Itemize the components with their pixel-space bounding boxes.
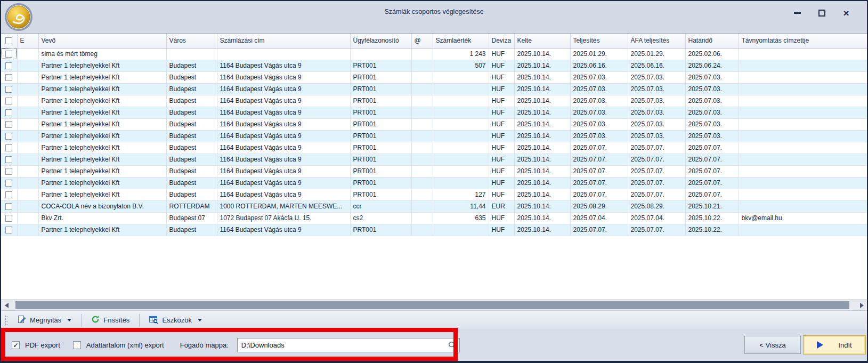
scroll-right-button[interactable] bbox=[856, 300, 867, 310]
grid-cell: PRT001 bbox=[350, 60, 411, 71]
table-row[interactable]: Partner 1 telephelyekkel KftBudapest1164… bbox=[1, 118, 867, 130]
search-icon[interactable] bbox=[448, 341, 456, 351]
minimize-button[interactable] bbox=[792, 8, 802, 18]
grid-cell bbox=[739, 118, 867, 130]
table-row[interactable]: Partner 1 telephelyekkel KftBudapest1164… bbox=[1, 130, 867, 142]
grid-cell bbox=[17, 130, 38, 142]
maximize-button[interactable] bbox=[817, 8, 826, 18]
back-button[interactable]: < Vissza bbox=[744, 336, 801, 354]
grid-cell bbox=[411, 83, 433, 95]
row-checkbox[interactable] bbox=[5, 121, 12, 128]
grid-cell bbox=[739, 154, 867, 165]
column-header[interactable]: Számlaérték bbox=[433, 34, 489, 48]
row-select-cell bbox=[1, 165, 17, 177]
grid-cell: Partner 1 telephelyekkel Kft bbox=[38, 60, 166, 71]
row-checkbox[interactable] bbox=[5, 144, 12, 151]
grid-cell: 1164 Budapest Vágás utca 9 bbox=[217, 130, 350, 142]
tools-button[interactable]: Eszközök bbox=[144, 313, 207, 327]
start-button[interactable]: Indít bbox=[803, 335, 866, 354]
grid-cell: 2025.07.07. bbox=[628, 224, 685, 236]
select-all-checkbox[interactable] bbox=[5, 37, 12, 44]
open-button[interactable]: Megnyitás bbox=[12, 313, 77, 327]
row-checkbox[interactable] bbox=[5, 133, 12, 140]
grid-cell bbox=[433, 165, 489, 177]
row-select-cell bbox=[1, 200, 17, 212]
row-select-cell bbox=[1, 107, 17, 118]
column-header[interactable]: Számlázási cím bbox=[217, 34, 350, 48]
grid-cell: 1164 Budapest Vágás utca 9 bbox=[217, 83, 350, 95]
table-row[interactable]: Partner 1 telephelyekkel KftBudapest1164… bbox=[1, 107, 867, 118]
row-checkbox[interactable] bbox=[5, 227, 12, 233]
grid-cell bbox=[17, 71, 38, 83]
target-folder-input[interactable] bbox=[238, 341, 459, 349]
row-checkbox[interactable] bbox=[5, 74, 12, 81]
column-header[interactable]: Deviza bbox=[489, 34, 514, 48]
column-header[interactable]: Ügyfélazonosító bbox=[350, 34, 411, 48]
row-select-cell bbox=[1, 189, 17, 200]
chevron-down-icon bbox=[198, 319, 202, 321]
grid-cell: 2025.10.14. bbox=[514, 177, 570, 189]
grid-cell: 2025.07.03. bbox=[570, 83, 628, 95]
row-checkbox[interactable] bbox=[5, 62, 12, 69]
scrollbar-thumb[interactable] bbox=[15, 301, 849, 309]
column-header[interactable]: Vevő bbox=[38, 34, 166, 48]
table-row[interactable]: sima és mért tömeg1 243HUF2025.10.14.202… bbox=[1, 48, 867, 60]
column-header[interactable]: Teljesítés bbox=[570, 34, 628, 48]
row-checkbox[interactable] bbox=[5, 156, 12, 163]
table-row[interactable]: COCA-COLA név a bizonylaton B.V.ROTTERDA… bbox=[1, 200, 867, 212]
table-row[interactable]: Partner 1 telephelyekkel KftBudapest1164… bbox=[1, 177, 867, 189]
table-row[interactable]: Partner 1 telephelyekkel KftBudapest1164… bbox=[1, 189, 867, 200]
toolbar-grip-handle[interactable] bbox=[4, 315, 8, 326]
grid-cell: 2025.07.07. bbox=[628, 142, 685, 154]
column-header[interactable]: Határidő bbox=[685, 34, 739, 48]
grid-cell: 2025.10.14. bbox=[514, 95, 570, 107]
table-row[interactable]: Partner 1 telephelyekkel KftBudapest1164… bbox=[1, 71, 867, 83]
column-header[interactable]: Város bbox=[166, 34, 217, 48]
refresh-button[interactable]: Frissítés bbox=[86, 313, 135, 327]
grid-cell: HUF bbox=[489, 107, 514, 118]
grid-cell: 2025.10.14. bbox=[514, 60, 570, 71]
grid-cell: 2025.07.04. bbox=[570, 212, 628, 224]
column-header[interactable]: ÁFA teljesítés bbox=[628, 34, 685, 48]
row-checkbox[interactable] bbox=[5, 86, 12, 93]
grid-cell: HUF bbox=[489, 95, 514, 107]
table-row[interactable]: Partner 1 telephelyekkel KftBudapest1164… bbox=[1, 95, 867, 107]
grid-cell: 2025.10.22. bbox=[685, 224, 739, 236]
grid-cell: 2025.07.03. bbox=[685, 83, 739, 95]
row-checkbox[interactable] bbox=[5, 51, 12, 58]
table-row[interactable]: Partner 1 telephelyekkel KftBudapest1164… bbox=[1, 142, 867, 154]
row-checkbox[interactable] bbox=[5, 203, 12, 210]
column-header[interactable]: Kelte bbox=[514, 34, 570, 48]
table-row[interactable]: Bkv Zrt.Budapest 071072 Budapest 07 Akác… bbox=[1, 212, 867, 224]
grid-cell bbox=[411, 165, 433, 177]
row-checkbox[interactable] bbox=[5, 98, 12, 104]
column-header[interactable]: Távnyomtatás címzettje bbox=[739, 34, 867, 48]
scroll-left-button[interactable] bbox=[1, 300, 12, 310]
grid-cell: 1164 Budapest Vágás utca 9 bbox=[217, 154, 350, 165]
row-checkbox[interactable] bbox=[5, 109, 12, 116]
pdf-export-checkbox[interactable]: ✓ bbox=[12, 341, 20, 349]
row-checkbox[interactable] bbox=[5, 180, 12, 187]
grid-cell: 2025.06.16. bbox=[570, 60, 628, 71]
column-header[interactable]: @ bbox=[411, 34, 433, 48]
grid-cell bbox=[411, 130, 433, 142]
table-row[interactable]: Partner 1 telephelyekkel KftBudapest1164… bbox=[1, 60, 867, 71]
table-row[interactable]: Partner 1 telephelyekkel KftBudapest1164… bbox=[1, 154, 867, 165]
xml-export-checkbox[interactable] bbox=[73, 341, 81, 349]
pdf-export-label: PDF export bbox=[25, 341, 60, 349]
grid-cell bbox=[411, 177, 433, 189]
grid-cell bbox=[411, 224, 433, 236]
grid-cell: PRT001 bbox=[350, 95, 411, 107]
close-button[interactable]: × bbox=[841, 8, 851, 18]
grid-cell bbox=[433, 142, 489, 154]
table-row[interactable]: Partner 1 telephelyekkel KftBudapest1164… bbox=[1, 224, 867, 236]
row-checkbox[interactable] bbox=[5, 191, 12, 198]
table-row[interactable]: Partner 1 telephelyekkel KftBudapest1164… bbox=[1, 83, 867, 95]
table-row[interactable]: Partner 1 telephelyekkel KftBudapest1164… bbox=[1, 165, 867, 177]
row-checkbox[interactable] bbox=[5, 215, 12, 222]
row-checkbox[interactable] bbox=[5, 168, 12, 175]
select-all-header[interactable] bbox=[1, 34, 17, 48]
toolbar-separator bbox=[81, 314, 82, 327]
column-header[interactable]: E bbox=[17, 34, 38, 48]
grid-cell bbox=[739, 224, 867, 236]
